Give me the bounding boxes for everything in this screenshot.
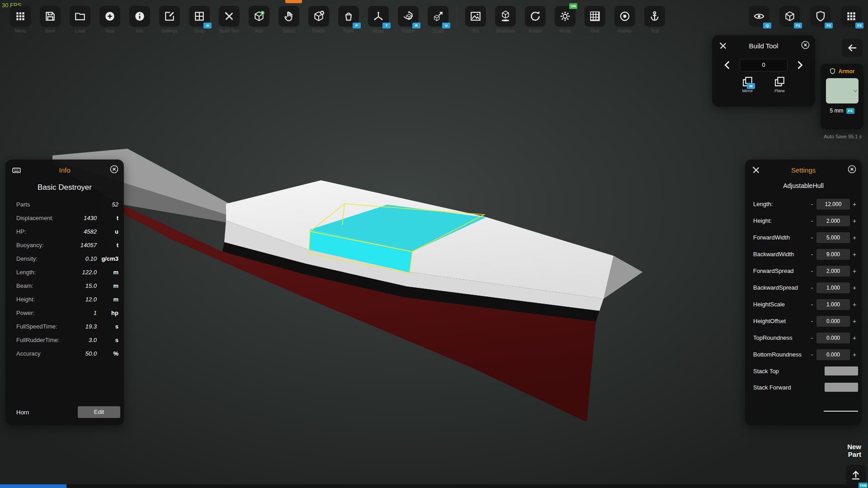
toolbar-button[interactable]: Rotate <box>522 6 548 33</box>
decrement-button[interactable]: - <box>808 234 816 241</box>
top-pull-tab[interactable] <box>285 0 302 3</box>
toggle-button[interactable]: Q <box>749 6 769 27</box>
shortcut-badge: F1 <box>794 23 802 28</box>
decrement-button[interactable]: - <box>808 334 816 342</box>
mirror-button[interactable]: M Mirror <box>742 76 753 93</box>
info-label: HP: <box>16 228 70 235</box>
toolbar-button[interactable]: ON Mode <box>552 6 578 33</box>
toolbar-button[interactable]: G Snap <box>186 6 212 33</box>
shortcut-badge: M <box>747 83 755 89</box>
replay-icon <box>619 10 631 22</box>
horn-edit-button[interactable]: Edit <box>78 406 120 418</box>
info-value: 15.0 <box>70 282 97 289</box>
toolbar-button[interactable]: R Rotate <box>395 6 421 33</box>
setting-value-input[interactable]: 2.000 <box>816 266 850 277</box>
decrement-button[interactable]: - <box>808 251 816 258</box>
setting-value-input[interactable]: 0.000 <box>816 333 850 343</box>
toolbar-label: BG <box>472 28 479 33</box>
toolbar-button[interactable]: Save <box>37 6 63 33</box>
increment-button[interactable]: + <box>851 284 858 291</box>
decrement-button[interactable]: - <box>808 284 816 291</box>
toolbar-button[interactable]: Info <box>127 6 153 33</box>
setting-value-input[interactable]: 9.000 <box>816 249 850 260</box>
info-unit: hp <box>97 310 118 316</box>
toolbar-button[interactable]: Settings <box>156 6 183 33</box>
toolbar-label: Shadows <box>496 28 514 33</box>
menu-icon <box>14 10 26 22</box>
setting-value-input[interactable]: 1.000 <box>816 299 850 310</box>
plane-button[interactable]: Plane <box>774 76 785 93</box>
toolbar-button[interactable]: Replay <box>612 6 638 33</box>
increment-button[interactable]: + <box>851 318 858 325</box>
toolbar-divider <box>457 6 457 26</box>
increment-button[interactable]: + <box>851 351 858 358</box>
toolbar-button[interactable]: Shadows <box>492 6 519 33</box>
stack-button[interactable] <box>825 366 858 375</box>
decrement-button[interactable]: - <box>808 318 816 325</box>
info-unit: g/cm3 <box>97 255 118 262</box>
toolbar-button[interactable]: Load <box>67 6 93 33</box>
armor-color-swatch[interactable] <box>826 78 859 103</box>
increment-button[interactable]: + <box>851 201 858 208</box>
new-part-button[interactable]: TAB <box>846 465 866 485</box>
decrement-button[interactable]: - <box>808 217 816 225</box>
toolbar-button[interactable]: Build Tool <box>216 6 242 33</box>
info-label: Density: <box>16 255 70 262</box>
toolbar-button[interactable]: Test <box>642 6 668 33</box>
decrement-arrow-icon[interactable] <box>722 60 732 70</box>
stack-rows: Stack Top Stack Forward <box>745 363 862 395</box>
toolbar-button[interactable]: Select <box>276 6 302 33</box>
collapse-panel-button[interactable] <box>842 39 863 57</box>
decrement-button[interactable]: - <box>808 351 816 358</box>
decrement-button[interactable]: - <box>808 267 816 275</box>
toolbar-button[interactable]: P Paint <box>335 6 362 33</box>
setting-value-input[interactable]: 12.000 <box>816 199 850 210</box>
toolbar-button[interactable]: New <box>97 6 123 33</box>
mirror-value-input[interactable]: 0 <box>740 59 788 71</box>
settings-scrollbar[interactable] <box>824 411 858 412</box>
toolbar-label: Test <box>651 28 659 33</box>
increment-button[interactable]: + <box>851 217 858 225</box>
toolbar-button[interactable]: Add <box>246 6 272 33</box>
settings-row: Height: - 2.000 + <box>745 212 862 229</box>
setting-value-input[interactable]: 0.000 <box>816 349 850 360</box>
shadows-icon <box>500 10 511 22</box>
toolbar-button[interactable]: Grid <box>582 6 608 33</box>
toolbar-button[interactable]: T Move <box>365 6 392 33</box>
increment-arrow-icon[interactable] <box>795 60 805 70</box>
stack-button[interactable] <box>825 383 858 392</box>
increment-button[interactable]: + <box>851 267 858 275</box>
close-icon[interactable] <box>801 40 810 50</box>
decrement-button[interactable]: - <box>808 201 816 208</box>
close-icon[interactable] <box>847 164 857 174</box>
toggle-button[interactable]: F3 <box>841 6 862 27</box>
info-rows: Parts 52 Displacement: 1430 t HP: 4582 u <box>5 197 124 360</box>
increment-button[interactable]: + <box>851 301 858 308</box>
increment-button[interactable]: + <box>851 251 858 258</box>
shortcut-badge: R <box>412 23 420 28</box>
toolbar-button[interactable]: BG <box>462 6 489 33</box>
info-row: Density: 0.10 g/cm3 <box>5 252 124 265</box>
toggle-button[interactable]: F2 <box>810 6 831 27</box>
close-icon[interactable] <box>109 164 119 174</box>
main-toolbar: Menu Save Load <box>7 6 668 33</box>
toolbar-label: Delete <box>312 28 326 33</box>
increment-button[interactable]: + <box>851 234 858 241</box>
setting-value-input[interactable]: 1.000 <box>816 282 850 293</box>
toggle-button[interactable]: F1 <box>779 6 800 27</box>
increment-button[interactable]: + <box>851 334 858 342</box>
chevron-down-icon[interactable] <box>853 88 858 94</box>
info-label: Parts <box>16 201 91 208</box>
setting-value-input[interactable]: 5.000 <box>816 232 850 243</box>
setting-value-input[interactable]: 0.000 <box>816 316 850 327</box>
toolbar-button[interactable]: Menu <box>7 6 33 33</box>
toolbar-button[interactable]: U Scale <box>425 6 451 33</box>
settings-row: BackwardSpread - 1.000 + <box>745 279 862 296</box>
toolbar-button[interactable]: Delete <box>306 6 332 33</box>
setting-value-input[interactable]: 2.000 <box>816 216 850 226</box>
new-plus-icon <box>104 10 116 22</box>
edit-settings-icon <box>164 10 175 22</box>
toolbar-label: Snap <box>194 28 204 33</box>
bottom-scrollbar[interactable] <box>0 484 66 488</box>
decrement-button[interactable]: - <box>808 301 816 308</box>
